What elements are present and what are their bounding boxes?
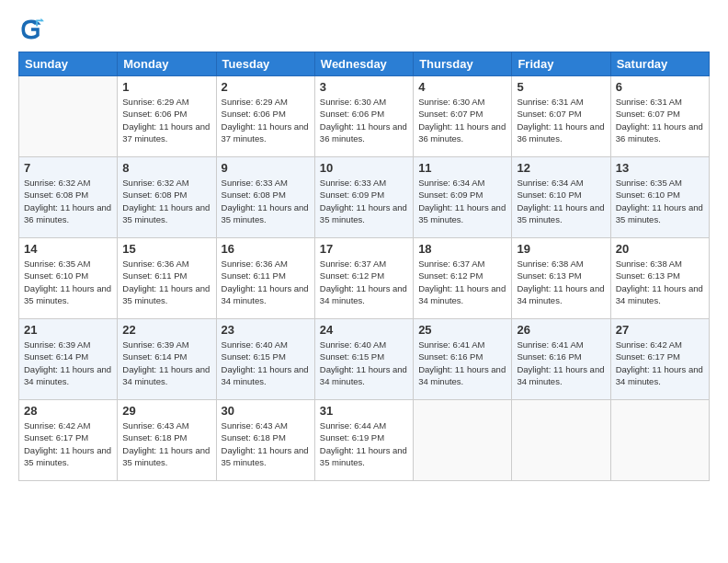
- day-number: 21: [24, 323, 112, 337]
- calendar-cell: 12Sunrise: 6:34 AMSunset: 6:10 PMDayligh…: [512, 157, 610, 238]
- logo: [18, 17, 48, 42]
- day-number: 1: [122, 80, 210, 94]
- cell-info: Sunrise: 6:31 AMSunset: 6:07 PMDaylight:…: [616, 96, 704, 144]
- cell-info: Sunrise: 6:38 AMSunset: 6:13 PMDaylight:…: [616, 258, 704, 306]
- calendar-header-monday: Monday: [118, 52, 216, 76]
- calendar-cell: [512, 400, 610, 481]
- calendar-cell: 13Sunrise: 6:35 AMSunset: 6:10 PMDayligh…: [610, 157, 709, 238]
- day-number: 4: [418, 80, 506, 94]
- calendar-cell: 20Sunrise: 6:38 AMSunset: 6:13 PMDayligh…: [610, 238, 709, 319]
- cell-info: Sunrise: 6:39 AMSunset: 6:14 PMDaylight:…: [24, 339, 112, 387]
- calendar-week-row: 7Sunrise: 6:32 AMSunset: 6:08 PMDaylight…: [19, 157, 710, 238]
- cell-info: Sunrise: 6:38 AMSunset: 6:13 PMDaylight:…: [517, 258, 605, 306]
- cell-info: Sunrise: 6:44 AMSunset: 6:19 PMDaylight:…: [320, 419, 408, 468]
- calendar-cell: 11Sunrise: 6:34 AMSunset: 6:09 PMDayligh…: [414, 157, 512, 238]
- day-number: 19: [517, 242, 605, 256]
- calendar-table: SundayMondayTuesdayWednesdayThursdayFrid…: [18, 52, 710, 481]
- calendar-cell: 19Sunrise: 6:38 AMSunset: 6:13 PMDayligh…: [512, 238, 610, 319]
- calendar-header-saturday: Saturday: [610, 52, 709, 76]
- calendar-cell: 28Sunrise: 6:42 AMSunset: 6:17 PMDayligh…: [19, 400, 118, 481]
- cell-info: Sunrise: 6:37 AMSunset: 6:12 PMDaylight:…: [418, 258, 506, 306]
- day-number: 9: [222, 161, 310, 175]
- calendar-cell: 23Sunrise: 6:40 AMSunset: 6:15 PMDayligh…: [216, 319, 314, 400]
- calendar-cell: 7Sunrise: 6:32 AMSunset: 6:08 PMDaylight…: [19, 157, 118, 238]
- calendar-cell: 5Sunrise: 6:31 AMSunset: 6:07 PMDaylight…: [512, 76, 610, 157]
- cell-info: Sunrise: 6:41 AMSunset: 6:16 PMDaylight:…: [517, 339, 605, 387]
- cell-info: Sunrise: 6:30 AMSunset: 6:06 PMDaylight:…: [320, 96, 408, 144]
- calendar-cell: 14Sunrise: 6:35 AMSunset: 6:10 PMDayligh…: [19, 238, 118, 319]
- cell-info: Sunrise: 6:43 AMSunset: 6:18 PMDaylight:…: [122, 419, 210, 468]
- calendar-cell: 24Sunrise: 6:40 AMSunset: 6:15 PMDayligh…: [314, 319, 413, 400]
- cell-info: Sunrise: 6:36 AMSunset: 6:11 PMDaylight:…: [122, 258, 210, 306]
- calendar-cell: 18Sunrise: 6:37 AMSunset: 6:12 PMDayligh…: [414, 238, 512, 319]
- day-number: 18: [418, 242, 506, 256]
- cell-info: Sunrise: 6:31 AMSunset: 6:07 PMDaylight:…: [517, 96, 605, 144]
- day-number: 8: [122, 161, 210, 175]
- calendar-header-wednesday: Wednesday: [314, 52, 413, 76]
- day-number: 13: [616, 161, 704, 175]
- calendar-cell: 16Sunrise: 6:36 AMSunset: 6:11 PMDayligh…: [216, 238, 314, 319]
- calendar-header-tuesday: Tuesday: [216, 52, 314, 76]
- calendar-cell: 26Sunrise: 6:41 AMSunset: 6:16 PMDayligh…: [512, 319, 610, 400]
- cell-info: Sunrise: 6:39 AMSunset: 6:14 PMDaylight:…: [122, 339, 210, 387]
- calendar-cell: [414, 400, 512, 481]
- day-number: 29: [122, 404, 210, 418]
- calendar-header-sunday: Sunday: [19, 52, 118, 76]
- day-number: 5: [517, 80, 605, 94]
- day-number: 15: [122, 242, 210, 256]
- calendar-cell: 22Sunrise: 6:39 AMSunset: 6:14 PMDayligh…: [118, 319, 216, 400]
- cell-info: Sunrise: 6:34 AMSunset: 6:09 PMDaylight:…: [418, 177, 506, 225]
- cell-info: Sunrise: 6:35 AMSunset: 6:10 PMDaylight:…: [24, 258, 112, 306]
- cell-info: Sunrise: 6:41 AMSunset: 6:16 PMDaylight:…: [418, 339, 506, 387]
- calendar-cell: 30Sunrise: 6:43 AMSunset: 6:18 PMDayligh…: [216, 400, 314, 481]
- day-number: 3: [320, 80, 408, 94]
- calendar-header-thursday: Thursday: [414, 52, 512, 76]
- cell-info: Sunrise: 6:36 AMSunset: 6:11 PMDaylight:…: [222, 258, 310, 306]
- calendar-cell: [19, 76, 118, 157]
- calendar-cell: [610, 400, 709, 481]
- calendar-cell: 2Sunrise: 6:29 AMSunset: 6:06 PMDaylight…: [216, 76, 314, 157]
- calendar-cell: 9Sunrise: 6:33 AMSunset: 6:08 PMDaylight…: [216, 157, 314, 238]
- day-number: 10: [320, 161, 408, 175]
- calendar-cell: 15Sunrise: 6:36 AMSunset: 6:11 PMDayligh…: [118, 238, 216, 319]
- calendar-cell: 27Sunrise: 6:42 AMSunset: 6:17 PMDayligh…: [610, 319, 709, 400]
- logo-icon: [18, 17, 44, 42]
- calendar-week-row: 28Sunrise: 6:42 AMSunset: 6:17 PMDayligh…: [19, 400, 710, 481]
- day-number: 31: [320, 404, 408, 418]
- cell-info: Sunrise: 6:37 AMSunset: 6:12 PMDaylight:…: [320, 258, 408, 306]
- header: [18, 17, 710, 42]
- calendar-week-row: 21Sunrise: 6:39 AMSunset: 6:14 PMDayligh…: [19, 319, 710, 400]
- day-number: 2: [222, 80, 310, 94]
- calendar-cell: 10Sunrise: 6:33 AMSunset: 6:09 PMDayligh…: [314, 157, 413, 238]
- cell-info: Sunrise: 6:42 AMSunset: 6:17 PMDaylight:…: [616, 339, 704, 387]
- day-number: 17: [320, 242, 408, 256]
- calendar-cell: 3Sunrise: 6:30 AMSunset: 6:06 PMDaylight…: [314, 76, 413, 157]
- calendar-cell: 17Sunrise: 6:37 AMSunset: 6:12 PMDayligh…: [314, 238, 413, 319]
- cell-info: Sunrise: 6:40 AMSunset: 6:15 PMDaylight:…: [222, 339, 310, 387]
- calendar-cell: 4Sunrise: 6:30 AMSunset: 6:07 PMDaylight…: [414, 76, 512, 157]
- cell-info: Sunrise: 6:40 AMSunset: 6:15 PMDaylight:…: [320, 339, 408, 387]
- day-number: 20: [616, 242, 704, 256]
- calendar-cell: 8Sunrise: 6:32 AMSunset: 6:08 PMDaylight…: [118, 157, 216, 238]
- cell-info: Sunrise: 6:29 AMSunset: 6:06 PMDaylight:…: [222, 96, 310, 144]
- day-number: 27: [616, 323, 704, 337]
- calendar-header-friday: Friday: [512, 52, 610, 76]
- cell-info: Sunrise: 6:43 AMSunset: 6:18 PMDaylight:…: [222, 419, 310, 468]
- page: SundayMondayTuesdayWednesdayThursdayFrid…: [0, 0, 728, 563]
- cell-info: Sunrise: 6:32 AMSunset: 6:08 PMDaylight:…: [122, 177, 210, 225]
- day-number: 24: [320, 323, 408, 337]
- day-number: 12: [517, 161, 605, 175]
- calendar-header-row: SundayMondayTuesdayWednesdayThursdayFrid…: [19, 52, 710, 76]
- calendar-week-row: 1Sunrise: 6:29 AMSunset: 6:06 PMDaylight…: [19, 76, 710, 157]
- day-number: 28: [24, 404, 112, 418]
- cell-info: Sunrise: 6:34 AMSunset: 6:10 PMDaylight:…: [517, 177, 605, 225]
- calendar-cell: 1Sunrise: 6:29 AMSunset: 6:06 PMDaylight…: [118, 76, 216, 157]
- cell-info: Sunrise: 6:42 AMSunset: 6:17 PMDaylight:…: [24, 419, 112, 468]
- cell-info: Sunrise: 6:35 AMSunset: 6:10 PMDaylight:…: [616, 177, 704, 225]
- day-number: 11: [418, 161, 506, 175]
- day-number: 14: [24, 242, 112, 256]
- day-number: 25: [418, 323, 506, 337]
- cell-info: Sunrise: 6:33 AMSunset: 6:09 PMDaylight:…: [320, 177, 408, 225]
- day-number: 22: [122, 323, 210, 337]
- day-number: 16: [222, 242, 310, 256]
